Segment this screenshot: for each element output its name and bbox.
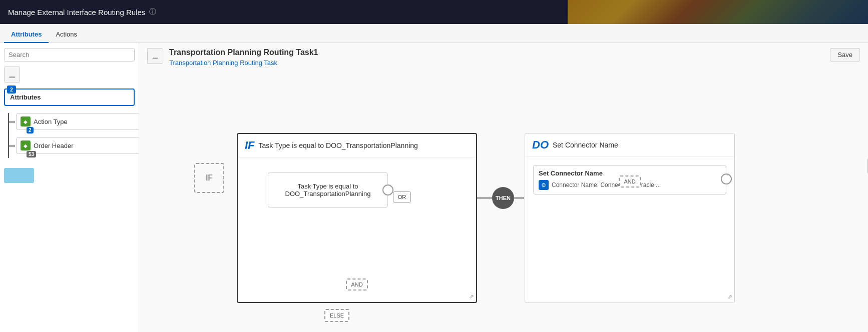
if-block-header: IF Task Type is equal to DOO_Transportat…: [238, 134, 476, 158]
canvas-area: Save Transportation Planning Routing Tas…: [139, 43, 868, 332]
condition-circle: [382, 184, 393, 196]
do-block: DO Set Connector Name Set Connector Name…: [525, 133, 735, 303]
if-condition: Task Type is equal to DOO_Transportation…: [259, 142, 418, 150]
search-input[interactable]: [4, 48, 135, 62]
do-block-body: Set Connector Name ⚙ Connector Name: Con…: [525, 157, 734, 202]
gear-icon: ⚙: [539, 180, 549, 190]
condition-box[interactable]: Task Type is equal toDOO_TransportationP…: [268, 172, 388, 208]
order-header-icon: ◆: [21, 140, 31, 150]
tab-actions[interactable]: Actions: [49, 26, 84, 43]
action-type-item[interactable]: ◆ Action Type 2: [16, 113, 139, 130]
header-banner: [568, 0, 868, 24]
set-connector-text: Connector Name: Connector to Oracle ...: [552, 182, 661, 188]
if-block-body: Task Type is equal toDOO_TransportationP…: [238, 158, 476, 300]
and-badge: AND: [346, 278, 368, 290]
tree-item-action-type[interactable]: ◆ Action Type 2: [16, 113, 139, 130]
if-placeholder[interactable]: IF: [194, 163, 224, 193]
order-header-label: Order Header: [34, 142, 73, 150]
else-badge: ELSE: [324, 309, 349, 322]
tree-items: ◆ Action Type 2 ◆ Order Header 53: [16, 113, 139, 154]
app-title: Manage External Interface Routing Rules: [8, 8, 145, 16]
if-keyword: IF: [245, 139, 255, 152]
resize-icon-do[interactable]: ⇗: [727, 294, 732, 300]
tab-attributes[interactable]: Attributes: [4, 26, 49, 43]
do-keyword: DO: [532, 138, 549, 152]
tabs-bar: Attributes Actions: [0, 24, 868, 43]
attributes-label: Attributes: [10, 94, 41, 101]
main-layout: ⚊ 2 Attributes ◆ Action Type 2: [0, 43, 868, 332]
connector-line-2: [514, 198, 524, 198]
sidebar-bottom: [4, 168, 135, 183]
save-button[interactable]: Save: [830, 48, 860, 62]
then-connector: THEN: [477, 187, 524, 209]
sidebar: ⚊ 2 Attributes ◆ Action Type 2: [0, 43, 139, 332]
order-header-item[interactable]: ◆ Order Header 53: [16, 137, 139, 154]
if-placeholder-label: IF: [206, 174, 213, 182]
action-type-label: Action Type: [34, 118, 68, 126]
tree-horiz-1: [8, 122, 15, 122]
then-badge: THEN: [492, 187, 514, 209]
canvas-title: Transportation Planning Routing Task1: [169, 48, 318, 57]
canvas-toolbar: ⚊: [147, 48, 163, 64]
resize-icon-if[interactable]: ⇗: [469, 293, 474, 300]
and-badge2: AND: [619, 176, 641, 188]
or-badge: OR: [393, 192, 411, 202]
canvas-title-area: Transportation Planning Routing Task1 Tr…: [169, 48, 318, 66]
do-block-header: DO Set Connector Name: [525, 134, 734, 157]
app-header: Manage External Interface Routing Rules …: [0, 0, 868, 24]
tree-horiz-2: [8, 146, 15, 146]
do-title: Set Connector Name: [553, 141, 618, 149]
set-connector-circle: [721, 174, 732, 184]
tree-item-order-header[interactable]: ◆ Order Header 53: [16, 137, 139, 154]
sidebar-action-icon[interactable]: ⚊: [4, 66, 20, 82]
if-block: IF Task Type is equal to DOO_Transportat…: [237, 133, 477, 303]
flow-area: IF IF Task Type is equal to DOO_Transpor…: [164, 78, 863, 327]
order-header-badge: 53: [27, 151, 36, 158]
attributes-badge: 2: [7, 86, 16, 94]
canvas-action-icon[interactable]: ⚊: [147, 48, 163, 64]
action-type-icon: ◆: [21, 116, 31, 126]
tree-structure: ◆ Action Type 2 ◆ Order Header 53: [8, 113, 135, 158]
attributes-box: 2 Attributes: [4, 88, 135, 106]
connector-line-1: [477, 198, 492, 198]
help-icon[interactable]: ⓘ: [149, 8, 156, 16]
action-type-badge: 2: [27, 127, 34, 134]
condition-text: Task Type is equal toDOO_TransportationP…: [285, 182, 371, 198]
tree-vertical-line: [8, 113, 9, 158]
sidebar-bottom-box: [4, 168, 34, 183]
canvas-subtitle: Transportation Planning Routing Task: [169, 59, 318, 66]
